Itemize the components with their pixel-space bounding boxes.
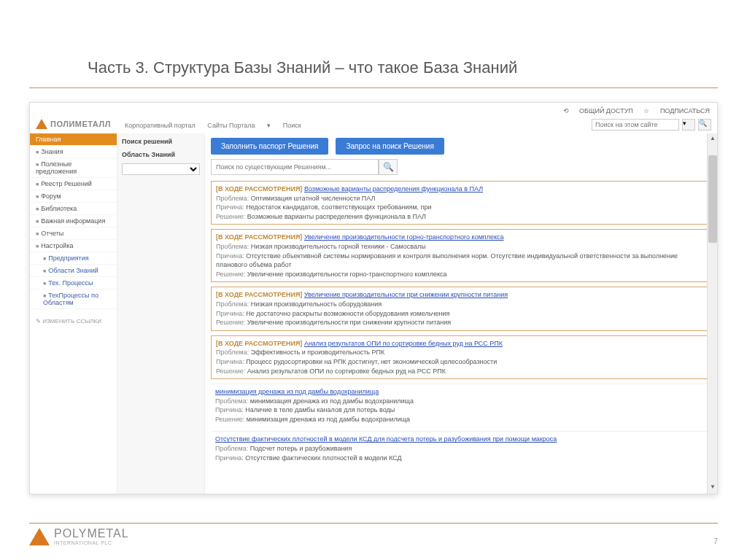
footer-brand-name: POLYMETAL: [54, 527, 129, 540]
sidebar-item-main[interactable]: Главная: [30, 133, 117, 146]
solution-card: [В ХОДЕ РАССМОТРЕНИЯ] Увеличение произво…: [211, 287, 711, 330]
subscribe-label: ПОДПИСАТЬСЯ: [660, 107, 710, 114]
nav-search[interactable]: Поиск: [283, 122, 301, 129]
brand-name: ПОЛИМЕТАЛЛ: [50, 120, 111, 128]
card-status: [В ХОДЕ РАССМОТРЕНИЯ]: [216, 291, 302, 298]
card-reason: Причина: Не достаточно раскрыты возможно…: [216, 309, 706, 319]
card-status: [В ХОДЕ РАССМОТРЕНИЯ]: [216, 340, 302, 347]
site-search-input[interactable]: [592, 119, 679, 131]
solution-card: [В ХОДЕ РАССМОТРЕНИЯ] Возможные варианты…: [211, 181, 711, 225]
sidebar-item-label: Отчеты: [41, 230, 63, 237]
card-solution: Решение: Увеличение производительности г…: [216, 270, 706, 279]
card-problem: Проблема: Низкая производительность горн…: [216, 242, 706, 252]
card-title-link[interactable]: Отсутствие фактических плотностей в моде…: [215, 435, 557, 443]
filter-select[interactable]: [122, 163, 200, 175]
sidebar-sub-tech[interactable]: ■Тех. Процессы: [30, 277, 117, 289]
card-solution: Решение: Возможные варианты распределени…: [216, 212, 706, 222]
top-actions: ⟲ ОБЩИЙ ДОСТУП ☆ ПОДПИСАТЬСЯ: [554, 107, 710, 114]
card-title-link[interactable]: Увеличение производительности при снижен…: [304, 291, 508, 298]
card-reason: Причина: Процесс рудосортировки на РПК д…: [216, 357, 706, 367]
top-nav: Корпоративный портал Сайты Портала ▾ Пои…: [125, 122, 311, 129]
nav-sites-label: Сайты Портала: [207, 122, 255, 129]
card-reason: Причина: Недостаток кандидатов, соответс…: [216, 203, 706, 212]
sidebar-item-label: Важная информация: [41, 217, 105, 225]
card-status: [В ХОДЕ РАССМОТРЕНИЯ]: [216, 233, 302, 241]
solutions-search-input[interactable]: [211, 159, 379, 175]
subscribe-link[interactable]: ☆ ПОДПИСАТЬСЯ: [643, 107, 710, 114]
card-reason: Причина: Отсутствие фактических плотност…: [215, 454, 707, 463]
scroll-thumb[interactable]: [708, 155, 717, 243]
scroll-up-icon[interactable]: ▲: [708, 135, 717, 144]
nav-corp[interactable]: Корпоративный портал: [125, 122, 196, 129]
solution-card: Отсутствие фактических плотностей в моде…: [211, 431, 711, 465]
sidebar-item-label: Форум: [41, 192, 61, 200]
page-number: 7: [713, 537, 718, 545]
card-reason: Причина: Отсутствие объективной системы …: [216, 252, 706, 270]
slide-title: Часть 3. Структура Базы Знаний – что так…: [88, 58, 517, 77]
footer-brand: POLYMETAL INTERNATIONAL PLC: [29, 527, 129, 545]
sidebar-item-library[interactable]: ■Библиотека: [30, 203, 117, 215]
edit-links-label: ИЗМЕНИТЬ ССЫЛКИ: [42, 318, 101, 324]
portal-screenshot: ⟲ ОБЩИЙ ДОСТУП ☆ ПОДПИСАТЬСЯ ПОЛИМЕТАЛЛ …: [29, 102, 718, 494]
card-solution: Решение: Увеличение производительности п…: [216, 318, 706, 327]
sidebar-item-reports[interactable]: ■Отчеты: [30, 228, 117, 240]
solution-card: [В ХОДЕ РАССМОТРЕНИЯ] Анализ результатов…: [211, 335, 711, 379]
sidebar-item-label: Библиотека: [41, 205, 77, 212]
sidebar-item-info[interactable]: ■Важная информация: [30, 215, 117, 228]
sidebar-item-label: Полезные предложения: [36, 160, 77, 175]
solutions-search-button[interactable]: 🔍: [379, 159, 398, 175]
solution-card: [В ХОДЕ РАССМОТРЕНИЯ] Увеличение произво…: [211, 229, 711, 282]
card-title-link[interactable]: минимизация дренажа из под дамбы водохра…: [215, 388, 379, 395]
site-search-dropdown[interactable]: ▾: [682, 119, 695, 131]
card-reason: Причина: Наличие в теле дамбы каналов дл…: [215, 405, 707, 415]
card-title-link[interactable]: Увеличение производительности горно-тран…: [304, 233, 504, 241]
card-status: [В ХОДЕ РАССМОТРЕНИЯ]: [216, 185, 302, 192]
sidebar-item-forum[interactable]: ■Форум: [30, 190, 117, 203]
scroll-down-icon[interactable]: ▼: [708, 483, 717, 492]
sidebar-item-label: ТехПроцессы по Областям: [43, 292, 98, 306]
card-problem: Проблема: Эффективность и производительн…: [216, 348, 706, 357]
main-content: Заполнить паспорт Решения Запрос на поис…: [205, 133, 717, 494]
scrollbar-vertical[interactable]: ▲ ▼: [707, 133, 717, 494]
sidebar-item-knowledge[interactable]: ■Знания: [30, 146, 117, 158]
card-problem: Проблема: минимизация дренажа из под дам…: [215, 397, 707, 406]
filter-panel: Поиск решений Область Знаний: [117, 133, 205, 494]
divider-top: [29, 88, 718, 88]
fill-passport-button[interactable]: Заполнить паспорт Решения: [211, 138, 328, 155]
brand-logo-icon: [36, 119, 47, 129]
card-solution: Решение: Анализ результатов ОПИ по сорти…: [216, 367, 706, 376]
sidebar: Главная ■Знания ■Полезные предложения ■Р…: [30, 133, 117, 494]
filter-title: Поиск решений: [122, 138, 200, 145]
brand: ПОЛИМЕТАЛЛ: [36, 119, 111, 129]
site-search-button[interactable]: 🔍: [698, 119, 711, 131]
card-title-link[interactable]: Анализ результатов ОПИ по сортировке бед…: [304, 340, 503, 347]
sidebar-item-label: Настройка: [41, 242, 73, 249]
sidebar-item-label: Предприятия: [48, 254, 88, 262]
solution-card: минимизация дренажа из под дамбы водохра…: [211, 384, 711, 427]
sidebar-sub-areas[interactable]: ■Области Знаний: [30, 265, 117, 277]
filter-label: Область Знаний: [122, 151, 200, 158]
request-search-button[interactable]: Запрос на поиск Решения: [336, 138, 444, 155]
card-problem: Проблема: Оптимизация штатной численност…: [216, 194, 706, 203]
nav-sites[interactable]: Сайты Портала ▾: [207, 122, 271, 129]
card-problem: Проблема: Подсчет потерь и разубоживания: [215, 444, 707, 454]
sidebar-sub-enterprises[interactable]: ■Предприятия: [30, 252, 117, 265]
edit-links[interactable]: ✎ ИЗМЕНИТЬ ССЫЛКИ: [30, 314, 117, 329]
sidebar-item-label: Области Знаний: [48, 267, 98, 274]
card-problem: Проблема: Низкая производительность обор…: [216, 300, 706, 309]
footer-brand-sub: INTERNATIONAL PLC: [54, 540, 129, 545]
card-title-link[interactable]: Возможные варианты распределения функцио…: [304, 185, 483, 192]
sidebar-item-label: Тех. Процессы: [48, 279, 93, 287]
divider-bottom: [29, 523, 718, 524]
site-search: ▾ 🔍: [592, 119, 711, 131]
footer-logo-icon: [29, 528, 50, 545]
sidebar-item-label: Реестр Решений: [41, 180, 92, 187]
share-link[interactable]: ⟲ ОБЩИЙ ДОСТУП: [563, 107, 633, 114]
card-solution: Решение: минимизация дренажа из под дамб…: [215, 415, 707, 424]
sidebar-item-registry[interactable]: ■Реестр Решений: [30, 178, 117, 190]
sidebar-item-suggestions[interactable]: ■Полезные предложения: [30, 158, 117, 178]
share-label: ОБЩИЙ ДОСТУП: [579, 107, 633, 114]
sidebar-item-settings[interactable]: ■Настройка: [30, 240, 117, 252]
sidebar-sub-techareas[interactable]: ■ТехПроцессы по Областям: [30, 289, 117, 309]
sidebar-item-label: Знания: [41, 148, 63, 155]
